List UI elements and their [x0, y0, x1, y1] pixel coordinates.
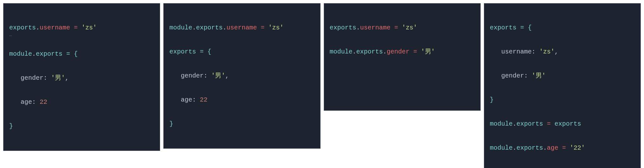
token: }	[490, 96, 494, 103]
token: .	[32, 50, 36, 58]
token: gender	[490, 72, 524, 79]
token: .	[223, 24, 226, 31]
code-box-4: exports = { username: 'zs', gender: '男' …	[484, 3, 641, 168]
code-panel-2: module.exports.username = 'zs' exports =…	[163, 3, 320, 168]
token: '男'	[51, 74, 65, 82]
token: module	[330, 48, 353, 55]
token: exports	[517, 120, 543, 128]
token: age	[547, 144, 558, 152]
token: age	[169, 96, 192, 103]
token: exports	[517, 144, 543, 152]
token: '男'	[421, 48, 435, 55]
token: }	[9, 122, 13, 130]
token: '男'	[532, 72, 546, 79]
token: = {	[517, 24, 532, 31]
token: 'zs'	[81, 24, 97, 31]
token: :	[204, 72, 211, 79]
token: .	[36, 24, 40, 31]
token: = {	[196, 48, 211, 55]
token: gender	[9, 74, 43, 82]
token: 22	[200, 96, 207, 103]
token: gender	[387, 48, 410, 55]
token: =	[558, 144, 570, 152]
token: username	[360, 24, 391, 31]
token: .	[192, 24, 196, 31]
code-box-1: exports.username = 'zs' … module.exports…	[3, 3, 160, 151]
token: =	[410, 48, 421, 55]
token: :	[524, 72, 532, 79]
token: age	[9, 98, 32, 106]
token: =	[543, 120, 555, 128]
code-panel-4: exports = { username: 'zs', gender: '男' …	[484, 3, 641, 168]
collapse-ellipsis: …	[9, 34, 154, 36]
token: :	[43, 74, 51, 82]
token: module	[9, 50, 32, 58]
token: exports	[36, 50, 62, 58]
token: 'zs'	[402, 24, 417, 31]
code-box-3: exports.username = 'zs' module.exports.g…	[324, 3, 481, 111]
token: module	[490, 120, 513, 128]
code-panel-3: exports.username = 'zs' module.exports.g…	[324, 3, 481, 168]
token: 'zs'	[268, 24, 283, 31]
token: ,	[225, 72, 229, 79]
token: .	[356, 24, 360, 31]
token: =	[391, 24, 402, 31]
token: 'zs'	[539, 48, 555, 55]
token: exports	[490, 24, 517, 31]
token: .	[513, 120, 517, 128]
token: .	[543, 144, 547, 152]
token: = {	[62, 50, 78, 58]
token: :	[532, 48, 539, 55]
token: .	[353, 48, 356, 55]
token: =	[257, 24, 268, 31]
token: }	[169, 120, 173, 128]
token: exports	[356, 48, 383, 55]
token: exports	[555, 120, 581, 128]
token: :	[32, 98, 40, 106]
code-box-2: module.exports.username = 'zs' exports =…	[163, 3, 320, 149]
token: '男'	[211, 72, 225, 79]
token: ,	[65, 74, 69, 82]
token: exports	[9, 24, 36, 31]
figure-container: exports.username = 'zs' … module.exports…	[3, 3, 641, 168]
token: .	[383, 48, 387, 55]
code-panels-row: exports.username = 'zs' … module.exports…	[3, 3, 641, 168]
token: exports	[330, 24, 356, 31]
token: username	[490, 48, 532, 55]
token: '22'	[570, 144, 585, 152]
token: exports	[169, 48, 196, 55]
token: username	[40, 24, 70, 31]
token: :	[192, 96, 200, 103]
token: 22	[40, 98, 47, 106]
token: exports	[196, 24, 223, 31]
token: gender	[169, 72, 204, 79]
token: module	[490, 144, 513, 152]
code-panel-1: exports.username = 'zs' … module.exports…	[3, 3, 160, 168]
token: ,	[555, 48, 558, 55]
token: username	[226, 24, 257, 31]
token: module	[169, 24, 192, 31]
token: =	[70, 24, 81, 31]
token: .	[513, 144, 517, 152]
